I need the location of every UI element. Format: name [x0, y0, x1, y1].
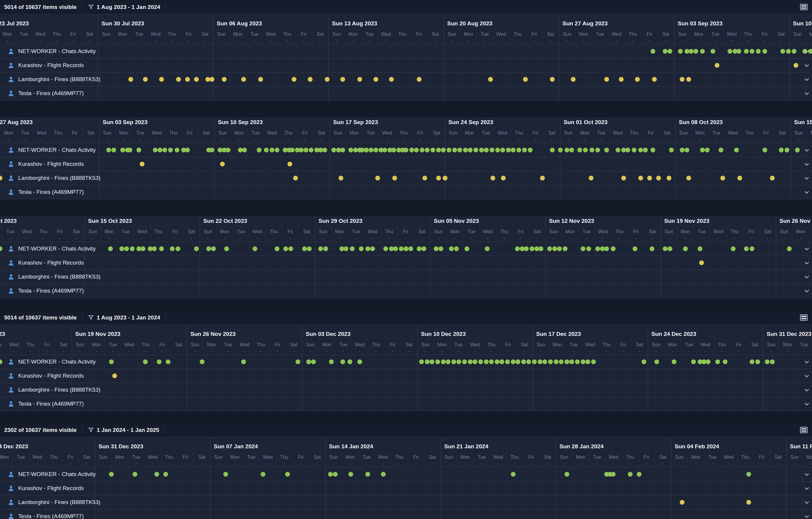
event-dot[interactable]: [491, 176, 495, 180]
event-dot[interactable]: [425, 359, 430, 364]
event-dot[interactable]: [340, 359, 345, 364]
event-dot[interactable]: [200, 359, 204, 364]
event-dot[interactable]: [744, 49, 749, 54]
event-dot[interactable]: [680, 148, 685, 152]
event-dot[interactable]: [694, 49, 698, 54]
event-dot[interactable]: [663, 246, 668, 251]
event-dot[interactable]: [595, 148, 600, 152]
event-dot[interactable]: [589, 148, 594, 152]
row-expand-chevron-icon[interactable]: [803, 273, 810, 280]
event-dot[interactable]: [668, 246, 672, 251]
event-dot[interactable]: [591, 359, 596, 364]
event-dot[interactable]: [463, 148, 468, 152]
event-dot[interactable]: [564, 148, 569, 152]
event-dot[interactable]: [669, 148, 674, 152]
event-dot[interactable]: [374, 148, 378, 152]
event-dot[interactable]: [649, 246, 655, 251]
event-dot[interactable]: [419, 359, 424, 364]
row-expand-chevron-icon[interactable]: [803, 62, 810, 69]
event-dot[interactable]: [563, 246, 568, 251]
event-dot[interactable]: [452, 359, 456, 364]
event-dot[interactable]: [119, 246, 124, 251]
event-dot[interactable]: [106, 148, 111, 152]
event-dot[interactable]: [434, 246, 438, 251]
event-dot[interactable]: [780, 49, 785, 54]
event-dot[interactable]: [309, 148, 314, 152]
event-dot[interactable]: [446, 359, 451, 364]
event-dot[interactable]: [170, 246, 175, 251]
event-dot[interactable]: [436, 176, 441, 180]
event-dot[interactable]: [431, 148, 435, 152]
event-dot[interactable]: [538, 359, 543, 364]
event-dot[interactable]: [521, 359, 526, 364]
row-expand-chevron-icon[interactable]: [803, 400, 810, 407]
event-dot[interactable]: [619, 77, 624, 82]
event-dot[interactable]: [762, 148, 767, 152]
event-dot[interactable]: [457, 359, 461, 364]
event-dot[interactable]: [163, 148, 167, 152]
event-dot[interactable]: [795, 148, 800, 152]
event-dot[interactable]: [322, 148, 327, 152]
event-dot[interactable]: [569, 359, 574, 364]
event-dot[interactable]: [0, 359, 2, 364]
event-dot[interactable]: [393, 246, 398, 251]
row-expand-chevron-icon[interactable]: [803, 471, 810, 478]
event-dot[interactable]: [357, 77, 362, 82]
date-filter-chip[interactable]: 1 Aug 2023 - 1 Jan 2024: [88, 314, 160, 321]
event-dot[interactable]: [288, 162, 292, 166]
event-dot[interactable]: [787, 246, 792, 251]
event-dot[interactable]: [750, 49, 754, 54]
event-dot[interactable]: [422, 246, 426, 251]
row-expand-chevron-icon[interactable]: [803, 188, 810, 196]
event-dot[interactable]: [511, 472, 516, 477]
event-dot[interactable]: [261, 472, 265, 477]
event-dot[interactable]: [152, 246, 157, 251]
event-dot[interactable]: [667, 176, 671, 180]
event-dot[interactable]: [641, 359, 646, 364]
event-dot[interactable]: [185, 148, 190, 152]
event-dot[interactable]: [211, 246, 216, 251]
event-dot[interactable]: [472, 359, 477, 364]
event-dot[interactable]: [731, 246, 735, 251]
event-dot[interactable]: [626, 148, 630, 152]
event-dot[interactable]: [323, 246, 328, 251]
event-dot[interactable]: [425, 148, 430, 152]
event-dot[interactable]: [604, 148, 609, 152]
event-dot[interactable]: [511, 359, 516, 364]
event-dot[interactable]: [306, 359, 311, 364]
event-dot[interactable]: [209, 148, 214, 152]
event-dot[interactable]: [417, 246, 422, 251]
event-dot[interactable]: [206, 246, 211, 251]
event-dot[interactable]: [699, 261, 704, 265]
event-dot[interactable]: [392, 148, 396, 152]
event-dot[interactable]: [241, 77, 246, 82]
event-dot[interactable]: [454, 246, 459, 251]
event-dot[interactable]: [635, 77, 640, 82]
event-dot[interactable]: [793, 63, 798, 68]
event-dot[interactable]: [564, 359, 569, 364]
event-dot[interactable]: [436, 148, 441, 152]
event-dot[interactable]: [375, 176, 380, 180]
event-dot[interactable]: [643, 148, 648, 152]
event-dot[interactable]: [457, 148, 462, 152]
event-dot[interactable]: [720, 176, 725, 180]
event-dot[interactable]: [686, 77, 691, 82]
event-dot[interactable]: [656, 176, 661, 180]
row-expand-chevron-icon[interactable]: [803, 90, 810, 97]
event-dot[interactable]: [176, 246, 180, 251]
event-dot[interactable]: [484, 148, 489, 152]
event-dot[interactable]: [468, 148, 472, 152]
event-dot[interactable]: [223, 472, 228, 477]
row-expand-chevron-icon[interactable]: [803, 358, 810, 365]
event-dot[interactable]: [420, 148, 425, 152]
event-dot[interactable]: [765, 359, 770, 364]
event-dot[interactable]: [285, 472, 290, 477]
event-dot[interactable]: [364, 148, 369, 152]
event-dot[interactable]: [526, 359, 531, 364]
event-dot[interactable]: [528, 148, 532, 152]
event-dot[interactable]: [583, 148, 588, 152]
event-dot[interactable]: [737, 176, 742, 180]
event-dot[interactable]: [547, 246, 552, 251]
event-dot[interactable]: [133, 472, 137, 477]
event-dot[interactable]: [779, 148, 784, 152]
